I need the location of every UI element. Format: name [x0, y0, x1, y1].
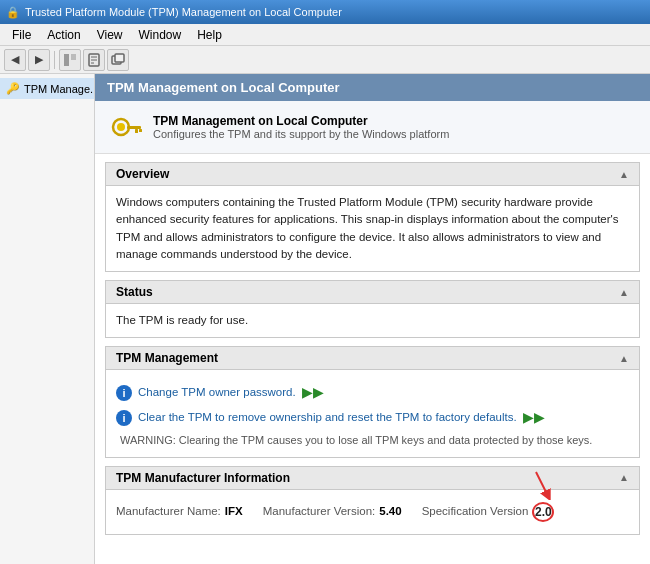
overview-title: Overview: [116, 167, 169, 181]
new-window-button[interactable]: [107, 49, 129, 71]
tpm-management-section: TPM Management ▲ i Change TPM owner pass…: [105, 346, 640, 458]
sidebar-item-label: TPM Manage...: [24, 83, 94, 95]
app-icon: 🔒: [6, 5, 20, 19]
spec-version-field: Specification Version: [422, 502, 555, 522]
content-header: TPM Management on Local Computer: [95, 74, 650, 101]
back-button[interactable]: ◀: [4, 49, 26, 71]
overview-body: Windows computers containing the Trusted…: [106, 186, 639, 271]
manufacturer-header[interactable]: TPM Manufacturer Information ▲: [106, 467, 639, 490]
main-layout: 🔑 TPM Manage... TPM Management on Local …: [0, 74, 650, 564]
properties-button[interactable]: [83, 49, 105, 71]
tpm-management-title: TPM Management: [116, 351, 218, 365]
console-tree-button[interactable]: [59, 49, 81, 71]
status-text: The TPM is ready for use.: [116, 314, 248, 326]
spec-version-highlighted: 2.0: [532, 502, 554, 522]
svg-rect-0: [64, 54, 69, 66]
svg-rect-11: [135, 129, 138, 133]
svg-rect-12: [139, 129, 142, 132]
tpm-app-icon: [107, 109, 143, 145]
overview-header[interactable]: Overview ▲: [106, 163, 639, 186]
arrow-container: 2.0: [532, 502, 554, 522]
svg-point-9: [117, 123, 125, 131]
overview-section: Overview ▲ Windows computers containing …: [105, 162, 640, 272]
content-area: TPM Management on Local Computer TPM Man…: [95, 74, 650, 564]
toolbar: ◀ ▶: [0, 46, 650, 74]
tpm-management-collapse-icon: ▲: [619, 353, 629, 364]
menu-view[interactable]: View: [89, 26, 131, 44]
manufacturer-name-value: IFX: [225, 503, 243, 520]
app-info-text: TPM Management on Local Computer Configu…: [153, 114, 449, 140]
menu-bar: File Action View Window Help: [0, 24, 650, 46]
toolbar-separator-1: [54, 51, 55, 69]
menu-action[interactable]: Action: [39, 26, 88, 44]
clear-tpm-link[interactable]: Clear the TPM to remove ownership and re…: [138, 409, 517, 426]
manufacturer-version-value: 5.40: [379, 503, 401, 520]
title-bar: 🔒 Trusted Platform Module (TPM) Manageme…: [0, 0, 650, 24]
action-green-icon-1[interactable]: ▶▶: [302, 382, 324, 403]
info-icon-1: i: [116, 385, 132, 401]
manufacturer-body: Manufacturer Name: IFX Manufacturer Vers…: [106, 490, 639, 534]
manufacturer-title: TPM Manufacturer Information: [116, 471, 290, 485]
sidebar: 🔑 TPM Manage...: [0, 74, 95, 564]
app-info-title: TPM Management on Local Computer: [153, 114, 449, 128]
spec-version-label: Specification Version: [422, 503, 529, 520]
tpm-action-1: i Change TPM owner password. ▶▶: [116, 382, 629, 403]
svg-line-14: [536, 472, 548, 496]
svg-rect-1: [71, 54, 76, 60]
svg-rect-10: [127, 126, 141, 129]
overview-collapse-icon: ▲: [619, 169, 629, 180]
tpm-sidebar-icon: 🔑: [6, 82, 20, 95]
status-header[interactable]: Status ▲: [106, 281, 639, 304]
action-green-icon-2[interactable]: ▶▶: [523, 407, 545, 428]
manufacturer-name-field: Manufacturer Name: IFX: [116, 503, 243, 520]
status-title: Status: [116, 285, 153, 299]
sidebar-item-tpm[interactable]: 🔑 TPM Manage...: [0, 78, 94, 99]
tpm-warning: WARNING: Clearing the TPM causes you to …: [120, 432, 629, 449]
red-arrow-svg: [528, 470, 558, 500]
manufacturer-name-label: Manufacturer Name:: [116, 503, 221, 520]
overview-text: Windows computers containing the Trusted…: [116, 196, 619, 260]
tpm-management-body: i Change TPM owner password. ▶▶ i Clear …: [106, 370, 639, 457]
app-info-subtitle: Configures the TPM and its support by th…: [153, 128, 449, 140]
manufacturer-version-label: Manufacturer Version:: [263, 503, 376, 520]
manufacturer-row: Manufacturer Name: IFX Manufacturer Vers…: [116, 498, 629, 526]
manufacturer-version-field: Manufacturer Version: 5.40: [263, 503, 402, 520]
svg-rect-7: [115, 54, 124, 62]
menu-file[interactable]: File: [4, 26, 39, 44]
spec-version-value: 2.0: [535, 503, 552, 521]
status-section: Status ▲ The TPM is ready for use.: [105, 280, 640, 338]
tpm-management-header[interactable]: TPM Management ▲: [106, 347, 639, 370]
status-collapse-icon: ▲: [619, 287, 629, 298]
status-body: The TPM is ready for use.: [106, 304, 639, 337]
content-header-title: TPM Management on Local Computer: [107, 80, 340, 95]
title-bar-text: Trusted Platform Module (TPM) Management…: [25, 6, 342, 18]
manufacturer-collapse-icon: ▲: [619, 472, 629, 483]
manufacturer-section: TPM Manufacturer Information ▲ Manufactu…: [105, 466, 640, 535]
change-password-link[interactable]: Change TPM owner password.: [138, 384, 296, 401]
forward-button[interactable]: ▶: [28, 49, 50, 71]
menu-window[interactable]: Window: [131, 26, 190, 44]
tpm-action-2: i Clear the TPM to remove ownership and …: [116, 407, 629, 428]
app-info-bar: TPM Management on Local Computer Configu…: [95, 101, 650, 154]
menu-help[interactable]: Help: [189, 26, 230, 44]
info-icon-2: i: [116, 410, 132, 426]
